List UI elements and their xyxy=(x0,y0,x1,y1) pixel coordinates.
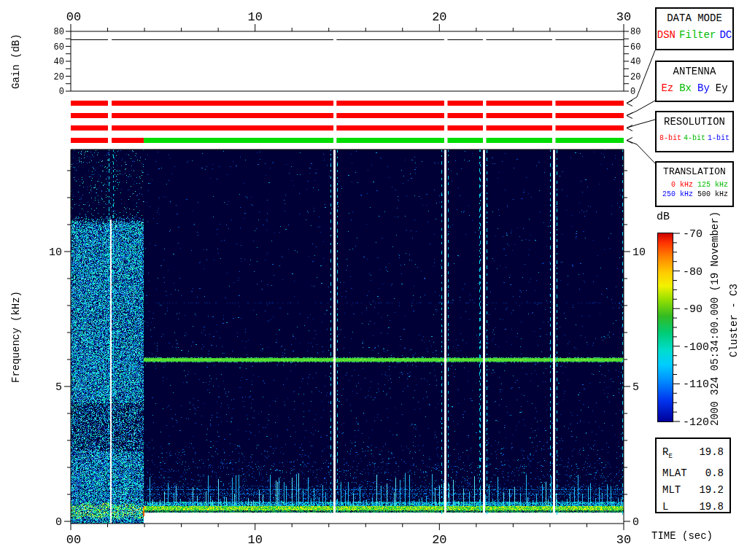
table-row-mlt: MLT 19.2 xyxy=(662,482,724,499)
antenna-title: ANTENNA xyxy=(657,62,732,77)
resolution-bar-segment xyxy=(112,125,333,131)
gain-ytick-label: 60 xyxy=(54,42,64,52)
time-tick-label-bottom: 00 xyxy=(66,533,81,547)
data-mode-bar-segment xyxy=(336,101,444,106)
resolution-bar-segment xyxy=(487,125,553,131)
box-connector-line xyxy=(627,50,655,104)
translation-bar-segment xyxy=(556,138,624,143)
time-tick-label-bottom: 10 xyxy=(247,533,262,547)
left-arrow-icon xyxy=(627,113,632,119)
antenna-bar-segment xyxy=(448,113,484,118)
ephemeris-table: RE 19.8 MLAT 0.8 MLT 19.2 L 19.8 xyxy=(655,438,731,513)
data-mode-bar-segment xyxy=(71,101,108,106)
resolution-box: RESOLUTION 8-bit 4-bit 1-bit xyxy=(655,111,734,152)
antenna-bar-segment xyxy=(487,113,553,118)
gain-ytick-label: 80 xyxy=(630,27,640,37)
wbd-spectrogram-screen: 0010203000202040406060808000551010001020… xyxy=(0,0,747,560)
freq-tick-label: 0 xyxy=(55,516,62,529)
antenna-option-ez: Ez xyxy=(661,82,673,94)
resolution-option-4bit: 4-bit xyxy=(684,134,705,142)
datetime-label: 2000 324 05:34:00.000 (19 November) xyxy=(707,205,723,432)
time-tick-label-top: 00 xyxy=(66,10,81,24)
antenna-bar-segment xyxy=(556,113,624,118)
antenna-bar-segment xyxy=(71,113,108,118)
colorbar xyxy=(657,233,673,422)
gain-ytick-label: 80 xyxy=(54,27,64,37)
time-tick-label-top: 30 xyxy=(616,10,631,24)
time-tick-label-top: 20 xyxy=(432,10,446,24)
l-value: 19.8 xyxy=(699,499,724,516)
data-mode-bar-segment xyxy=(112,101,333,106)
resolution-option-1bit: 1-bit xyxy=(708,134,729,142)
time-axis-label: TIME (sec) xyxy=(651,530,713,542)
colorbar-tick-label: -100 xyxy=(683,341,709,354)
translation-bar-segment xyxy=(336,138,444,143)
antenna-box: ANTENNA Ez Bx By Ey xyxy=(655,61,734,102)
time-tick-label-bottom: 30 xyxy=(616,533,631,547)
mlat-value: 0.8 xyxy=(705,465,724,482)
freq-tick-label: 10 xyxy=(632,246,646,259)
table-row-mlat: MLAT 0.8 xyxy=(662,465,724,482)
freq-tick-label: 10 xyxy=(49,246,62,259)
antenna-options: Ez Bx By Ey xyxy=(657,82,732,94)
table-row-re: RE 19.8 xyxy=(662,444,724,465)
resolution-bar-segment xyxy=(71,125,108,131)
colorbar-tick-label: -80 xyxy=(683,266,703,279)
translation-options-row1: 0 kHz 125 kHz xyxy=(657,180,732,190)
colorbar-tick-label: -70 xyxy=(683,228,703,241)
time-tick-label-bottom: 20 xyxy=(432,533,446,547)
mlat-label: MLAT xyxy=(662,465,687,482)
data-mode-options: DSN Filter DC xyxy=(657,29,732,41)
antenna-bar-segment xyxy=(336,113,444,118)
data-mode-option-dc: DC xyxy=(719,29,732,41)
translation-title: TRANSLATION xyxy=(657,163,732,177)
colorbar-tick-label: -110 xyxy=(683,378,709,391)
translation-option-125khz: 125 kHz xyxy=(697,180,728,190)
left-arrow-icon xyxy=(627,125,632,131)
colorbar-tick-label: -90 xyxy=(683,303,703,316)
gain-ytick-label: 20 xyxy=(630,72,640,82)
translation-option-0khz: 0 kHz xyxy=(671,180,693,190)
data-mode-box: DATA MODE DSN Filter DC xyxy=(655,7,734,50)
translation-options-row2: 250 kHz 500 kHz xyxy=(657,190,732,199)
gain-ytick-label: 0 xyxy=(59,87,64,97)
left-arrow-icon xyxy=(627,101,632,106)
mlt-value: 19.2 xyxy=(699,482,724,499)
resolution-title: RESOLUTION xyxy=(657,112,732,128)
freq-tick-label: 5 xyxy=(632,381,639,394)
box-connector-line xyxy=(627,101,655,116)
mlt-label: MLT xyxy=(662,482,681,499)
gain-ytick-label: 0 xyxy=(630,87,635,97)
data-mode-bar-segment xyxy=(487,101,553,106)
re-value: 19.8 xyxy=(699,444,724,465)
translation-option-250khz: 250 kHz xyxy=(662,190,693,199)
re-label: RE xyxy=(662,444,673,465)
antenna-option-bx: Bx xyxy=(679,82,692,94)
data-mode-bar-segment xyxy=(448,101,484,106)
antenna-bar-segment xyxy=(112,113,333,118)
gain-axis-label: Gain (dB) xyxy=(9,28,23,95)
data-mode-option-filter: Filter xyxy=(679,29,716,41)
spectrogram-canvas xyxy=(71,149,624,524)
re-label-sub: E xyxy=(668,453,672,460)
gain-ytick-label: 20 xyxy=(54,72,64,82)
translation-box: TRANSLATION 0 kHz 125 kHz 250 kHz 500 kH… xyxy=(655,161,734,207)
translation-bar-segment xyxy=(448,138,484,143)
data-mode-option-dsn: DSN xyxy=(657,29,676,41)
gain-ytick-label: 40 xyxy=(630,57,640,67)
translation-bar-segment xyxy=(112,138,144,143)
antenna-option-ey: Ey xyxy=(716,82,728,94)
colorbar-unit-label: dB xyxy=(657,211,670,223)
resolution-option-8bit: 8-bit xyxy=(659,134,681,142)
translation-bar-segment xyxy=(144,138,333,143)
resolution-bar-segment xyxy=(448,125,484,131)
translation-bar-segment xyxy=(487,138,553,143)
time-tick-label-top: 10 xyxy=(247,10,262,24)
box-connector-line xyxy=(627,141,655,164)
translation-bar-segment xyxy=(71,138,108,143)
l-label: L xyxy=(662,499,668,516)
translation-option-500khz: 500 kHz xyxy=(697,190,728,199)
left-arrow-icon xyxy=(627,138,632,144)
table-row-l: L 19.8 xyxy=(662,499,724,516)
antenna-option-by: By xyxy=(697,82,710,94)
